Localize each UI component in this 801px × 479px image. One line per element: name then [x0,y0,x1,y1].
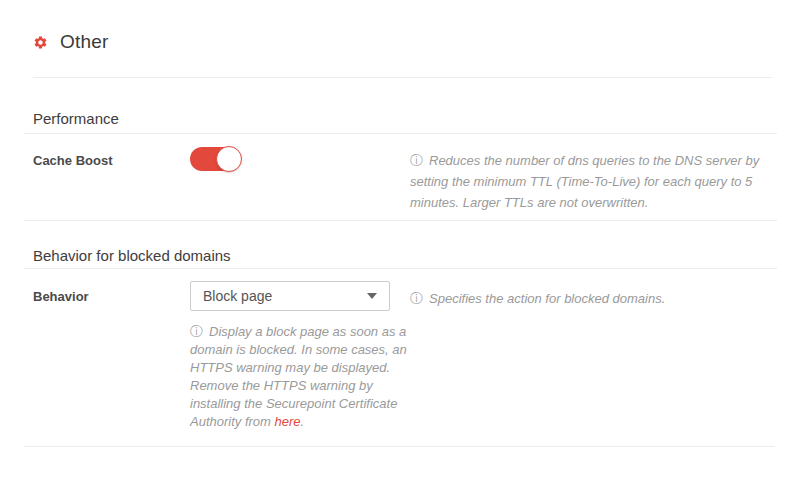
behavior-label: Behavior [33,289,89,304]
gear-icon [33,35,48,50]
divider [24,446,775,447]
info-icon: ⓘ [190,324,203,339]
other-settings-panel: Other Performance Cache Boost ⓘReduces t… [0,0,801,479]
behavior-help-suffix: . [301,414,305,429]
divider [24,133,777,134]
cache-boost-info-text: Reduces the number of dns queries to the… [410,153,759,210]
cache-boost-info: ⓘReduces the number of dns queries to th… [410,150,778,213]
cache-boost-toggle[interactable] [190,147,240,171]
behavior-help: ⓘDisplay a block page as soon as a domai… [190,323,410,431]
behavior-select-value: Block page [203,288,367,304]
toggle-knob [216,146,242,172]
cache-boost-label: Cache Boost [33,153,112,168]
panel-header: Other [33,31,109,53]
info-icon: ⓘ [410,153,423,168]
section-title-performance: Performance [33,110,119,127]
info-icon: ⓘ [410,291,423,306]
divider [24,220,777,221]
page-title: Other [60,31,109,53]
behavior-info: ⓘSpecifies the action for blocked domain… [410,288,778,309]
certificate-authority-link[interactable]: here [275,414,301,429]
divider [24,268,777,269]
behavior-info-text: Specifies the action for blocked domains… [429,291,665,306]
section-title-blocked-domains: Behavior for blocked domains [33,247,231,264]
caret-down-icon [367,293,377,299]
behavior-select[interactable]: Block page [190,281,390,311]
divider [33,77,772,78]
